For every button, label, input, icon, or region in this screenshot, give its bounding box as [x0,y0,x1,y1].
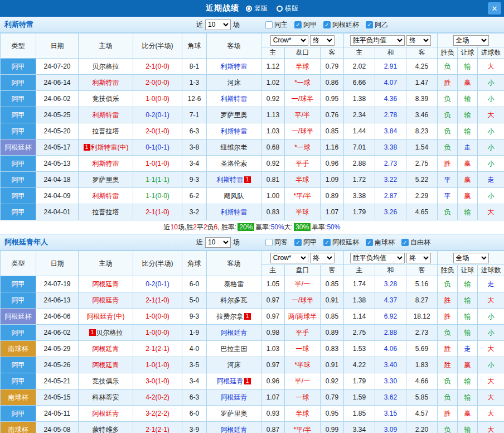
checkbox-icon: ✓ [401,239,409,246]
goals-result-cell: 大 [478,406,504,422]
filter-checkbox[interactable]: ✓阿根廷杯 [323,20,359,30]
away-team-name: 河床 [227,79,241,86]
col-odds-away: 客 [321,47,344,59]
odds-final-select[interactable]: 终 [310,253,335,263]
wdl-away: 1.83 [406,357,438,373]
page-title: 近期战绩 [206,3,239,13]
odds-company-select[interactable]: Crow* [270,253,308,263]
wdl-draw: 3.26 [375,204,406,220]
col-home: 主场 [79,251,133,276]
odds-line: 一/球半 [285,123,321,139]
filter-label: 阿根廷杯 [332,238,359,247]
summary-text: 单率: [312,223,327,232]
away-team: 泰格雷 [207,276,261,292]
section-header: 阿根廷青年人 近 10 场 同客✓阿甲✓阿根廷杯✓南球杯✓自由杯 [0,234,504,251]
odds-away: 0.79 [321,59,344,75]
score-cell: 0-2(0-1) [133,276,182,292]
scope-select[interactable]: 全场 [453,253,489,263]
radio-vertical[interactable]: 竖版 [246,4,268,13]
date-cell: 24-05-11 [36,406,79,422]
odds-away: 0.89 [321,188,344,204]
home-team-name: 蒙特维多 [93,426,119,433]
score-cell: 0-2(0-1) [133,107,182,123]
odds-home: 1.12 [261,59,285,75]
odds-final-select[interactable]: 终 [310,35,335,46]
wdl-avg-select[interactable]: 胜平负均值 [350,35,405,46]
recent-count-select[interactable]: 10 [205,237,231,248]
odds-home: 0.92 [261,91,285,107]
away-team: 利斯特雷 [207,59,261,75]
scope-header-group: 全场 [438,33,504,47]
radio-horizontal[interactable]: 横版 [277,4,298,13]
home-team: 拉普拉塔 [79,204,133,220]
summary-text: 2 [203,223,207,231]
goals-result-cell: 小 [478,357,504,373]
home-team-name: 阿根廷青(中) [87,312,125,320]
col-odds-line: 盘口 [285,47,321,59]
home-team: 竞技俱乐 [79,91,133,107]
filter-checkbox[interactable]: ✓阿甲 [294,20,317,30]
radio-selected-icon [246,6,252,12]
wdl-home: 2.75 [344,325,375,341]
score-cell: 3-0(1-0) [133,373,182,389]
filter-checkbox[interactable]: 同客 [265,238,288,247]
handicap-result-cell: 赢 [458,156,478,172]
goals-result-cell: 走 [478,276,504,292]
col-odds-away: 客 [321,265,344,276]
odds-line: 半球 [285,204,321,220]
wdl-away: 3.46 [406,107,438,123]
wdl-final-select[interactable]: 终 [406,35,431,46]
away-team: 巴拉圭国 [207,341,261,357]
corner-cell: 3-8 [182,139,207,156]
match-row: 阿甲24-04-18罗萨里奥1-1(1-1)9-3利斯特雷10.81半球1.09… [1,172,504,188]
league-filters: 同主✓阿甲✓阿根廷杯✓阿乙 [265,20,395,30]
wdl-away: 2.75 [406,156,438,172]
section-title: 阿根廷青年人 [4,237,48,247]
home-team-name: 阿根廷青 [93,361,119,369]
goals-result-cell: 小 [478,75,504,91]
section-title: 利斯特雷 [4,20,33,30]
filter-checkbox[interactable]: ✓阿甲 [294,238,317,247]
wdl-away: 1.54 [406,139,438,156]
score-cell: 1-1(1-1) [133,172,182,188]
away-team-name: 泰格雷 [224,280,244,288]
col-score: 比分(半场) [133,251,182,276]
wdl-home: 4.22 [344,357,375,373]
radio-horizontal-label: 横版 [285,4,298,13]
wdl-home: 1.38 [344,292,375,309]
odds-home: 1.03 [261,123,285,139]
goals-result-cell: 小 [478,188,504,204]
wdl-final-select[interactable]: 终 [406,253,431,263]
away-team: 阿根廷青1 [207,373,261,389]
odds-home: 0.93 [261,406,285,422]
filter-checkbox[interactable]: ✓阿乙 [366,20,388,30]
checkbox-icon: ✓ [323,21,331,28]
wdl-avg-select[interactable]: 胜平负均值 [350,253,405,263]
matches-body: 阿甲24-07-19阿根廷青0-2(0-1)6-0泰格雷1.05半/一0.851… [1,276,504,433]
home-team-name: 利斯特雷(中) [91,143,129,151]
league-badge: 阿甲 [1,156,36,172]
filter-checkbox[interactable]: 同主 [265,20,288,30]
odds-away: 0.92 [321,373,344,389]
filter-checkbox[interactable]: ✓自由杯 [401,238,430,247]
scope-select[interactable]: 全场 [453,35,489,46]
odds-home: 0.81 [261,172,285,188]
col-wdl-draw: 和 [375,47,406,59]
red-card-badge: 1 [244,378,251,384]
odds-home: 0.97 [261,292,285,309]
odds-line: 平/半 [285,107,321,123]
filter-label: 南球杯 [375,238,395,247]
filter-checkbox[interactable]: ✓阿根廷杯 [323,238,359,247]
odds-company-select[interactable]: Crow* [270,35,308,46]
close-button[interactable]: ✕ [488,2,501,15]
match-row: 阿甲24-05-26阿根廷青1-0(1-0)3-5河床0.97*半球0.914.… [1,357,504,373]
league-badge: 阿甲 [1,276,36,292]
wdl-away: 5.85 [406,389,438,406]
filter-checkbox[interactable]: ✓南球杯 [366,238,395,247]
home-team: 竞技俱乐 [79,373,133,389]
recent-count-select[interactable]: 10 [205,20,231,30]
wdl-header-group: 胜平负均值 终 [344,251,438,265]
date-cell: 24-05-26 [36,357,79,373]
odds-away: 1.16 [321,139,344,156]
corner-cell: 3-9 [182,422,207,433]
